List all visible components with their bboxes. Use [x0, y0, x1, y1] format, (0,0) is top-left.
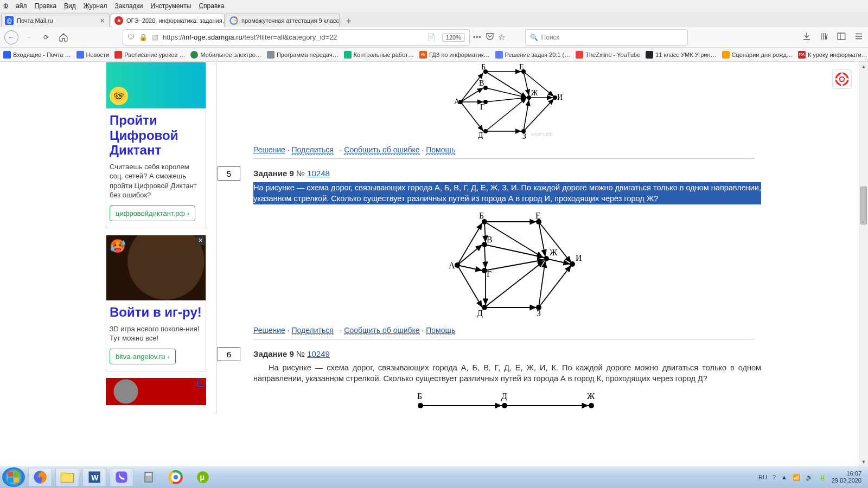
bookmark-9[interactable]: 11 класс УМК Угрин…	[646, 51, 716, 59]
firefox-icon[interactable]	[28, 468, 52, 486]
back-button[interactable]: ←	[4, 30, 18, 44]
menu-tools[interactable]: Инструменты	[151, 2, 192, 10]
tray-volume-icon[interactable]: 🔊	[806, 474, 813, 481]
bookmark-8[interactable]: TheZxline - YouTube	[576, 51, 640, 59]
tab-1-close-icon[interactable]: ✕	[224, 17, 225, 24]
ad-2[interactable]: 🥵 ✕ Войти в иг-ру! 3D игра нового поколе…	[106, 235, 206, 371]
graph3-label-1: Д	[501, 391, 507, 401]
bookmarks-bar: Входящие - Почта … Новости Расписание ур…	[0, 48, 868, 62]
permissions-icon[interactable]: ▤	[152, 33, 158, 41]
help-link[interactable]: Помощь	[426, 326, 455, 335]
scroll-down-icon[interactable]: ▼	[859, 457, 868, 466]
hot-emoji-icon: 🥵	[110, 239, 126, 254]
scrollbar-thumb[interactable]	[860, 187, 867, 224]
tab-2[interactable]: промежуточная аттестация 9 класс ✕	[226, 14, 340, 27]
task-prev-graph: АБВГД ЕЖЗИ шуегэ.рф	[453, 64, 572, 140]
tab-0[interactable]: @ Почта Mail.ru ✕	[1, 14, 110, 27]
task-6-link[interactable]: 10249	[307, 349, 330, 358]
home-button[interactable]	[56, 30, 71, 44]
menu-history[interactable]: Журнал	[84, 2, 107, 10]
viber-icon[interactable]	[110, 468, 133, 486]
task-5-link[interactable]: 10248	[307, 169, 330, 178]
bookmark-3[interactable]: Мобильное электро…	[190, 51, 261, 59]
svg-point-54	[455, 262, 460, 268]
menu-view[interactable]: Вид	[64, 2, 76, 10]
url-bar[interactable]: 🛡 🔒 ▤ https://inf-oge.sdamgia.ru/test?fi…	[123, 29, 470, 46]
menu-bookmarks[interactable]: Закладки	[115, 2, 143, 10]
lock-icon[interactable]: 🔒	[139, 33, 148, 41]
reader-icon[interactable]: 📄	[427, 33, 436, 41]
tray-battery-icon[interactable]: 🔋	[819, 474, 826, 481]
shield-icon[interactable]: 🛡	[127, 33, 135, 41]
ad-2-button[interactable]: bitva-angelov.ru›	[110, 349, 176, 364]
bookmark-11[interactable]: ПАК уроку информати…	[798, 51, 867, 59]
ad-info-icon[interactable]: i	[197, 379, 205, 387]
svg-rect-88	[61, 473, 73, 482]
menu-help[interactable]: Справка	[199, 2, 224, 10]
svg-point-76	[589, 403, 594, 408]
bookmark-10[interactable]: Сценарии дня рожд…	[722, 51, 793, 59]
tray-help-icon[interactable]: ?	[773, 474, 776, 480]
tab-1[interactable]: ✱ ОГЭ−2020, информатика: задания, ✕	[111, 14, 225, 27]
word-icon[interactable]: W	[82, 468, 106, 486]
solution-link[interactable]: Решение	[253, 145, 285, 154]
bookmark-7[interactable]: Решение задач 20.1 (…	[495, 51, 571, 59]
forward-button[interactable]: →	[22, 30, 36, 44]
ad-2-title: Войти в иг-ру!	[106, 300, 206, 322]
menu-file[interactable]: Файл	[3, 2, 27, 10]
calculator-icon[interactable]	[137, 468, 161, 486]
sidebar-icon[interactable]	[837, 31, 846, 43]
bookmark-0[interactable]: Входящие - Почта …	[3, 51, 71, 59]
task-prev-actions: Решение · Поделиться · Сообщить об ошибк…	[247, 145, 761, 154]
help-link[interactable]: Помощь	[426, 145, 455, 155]
scroll-up-icon[interactable]: ▲	[859, 62, 868, 71]
svg-text:Д: Д	[478, 131, 483, 139]
tab-1-title: ОГЭ−2020, информатика: задания,	[126, 17, 224, 24]
bookmark-6[interactable]: R!ГДЗ по информатик…	[419, 51, 489, 59]
bookmark-5[interactable]: Контрольные работ…	[344, 51, 414, 59]
explorer-icon[interactable]	[55, 468, 79, 486]
nerd-emoji-icon: 🤓	[110, 87, 128, 105]
task-5-text[interactable]: На рисунке — схема дорог, связывающих го…	[253, 182, 761, 204]
tab-2-close-icon[interactable]: ✕	[339, 17, 340, 24]
help-lifebuoy-button[interactable]	[832, 69, 852, 89]
tab-0-close-icon[interactable]: ✕	[98, 17, 106, 24]
svg-rect-83	[8, 472, 13, 477]
download-icon[interactable]	[802, 31, 812, 43]
tray-network-icon[interactable]: 📶	[793, 474, 800, 481]
tray-flag-icon[interactable]: ▲	[781, 474, 787, 480]
ad-1[interactable]: 🤓 Пройти Цифровой Диктант Считаешь себя …	[106, 62, 206, 228]
page-content: 🤓 Пройти Цифровой Диктант Считаешь себя …	[0, 62, 868, 466]
separator	[253, 158, 755, 159]
solution-link[interactable]: Решение	[253, 326, 285, 335]
ad-2-close-icon[interactable]: ✕	[196, 236, 205, 245]
start-button[interactable]	[2, 467, 25, 487]
library-icon[interactable]	[819, 31, 829, 43]
svg-point-62	[570, 261, 575, 267]
ad-1-text: Считаешь себя королем соц. сетей? А смож…	[106, 160, 206, 206]
zoom-badge[interactable]: 120%	[442, 33, 465, 42]
report-link[interactable]: Сообщить об ошибке	[344, 326, 419, 335]
ad-1-button[interactable]: цифровойдиктант.рф›	[110, 206, 195, 221]
bookmark-4[interactable]: Программа передач…	[267, 51, 339, 59]
star-icon[interactable]: ☆	[498, 32, 506, 42]
share-link[interactable]: Поделиться	[292, 145, 334, 155]
tray-time: 16:07	[832, 470, 861, 477]
tray-lang[interactable]: RU	[758, 474, 767, 480]
bookmark-2[interactable]: Расписание уроков …	[114, 51, 185, 59]
utorrent-icon[interactable]: μ	[191, 468, 215, 486]
chrome-icon[interactable]	[164, 468, 188, 486]
bookmark-1[interactable]: Новости	[76, 51, 110, 59]
reload-button[interactable]: ⟳	[39, 30, 53, 44]
tray-clock[interactable]: 16:07 29.03.2020	[832, 470, 861, 484]
share-link[interactable]: Поделиться	[292, 326, 334, 335]
pocket-icon[interactable]	[485, 31, 495, 43]
page-actions-icon[interactable]: •••	[473, 34, 482, 41]
report-link[interactable]: Сообщить об ошибке	[344, 145, 419, 155]
menu-icon[interactable]	[854, 31, 864, 43]
search-bar[interactable]: 🔍 Поиск	[525, 29, 688, 46]
new-tab-button[interactable]: +	[343, 15, 355, 27]
ad-3[interactable]: i	[106, 378, 206, 405]
menu-edit[interactable]: Правка	[35, 2, 57, 10]
vertical-scrollbar[interactable]: ▲ ▼	[859, 62, 868, 466]
